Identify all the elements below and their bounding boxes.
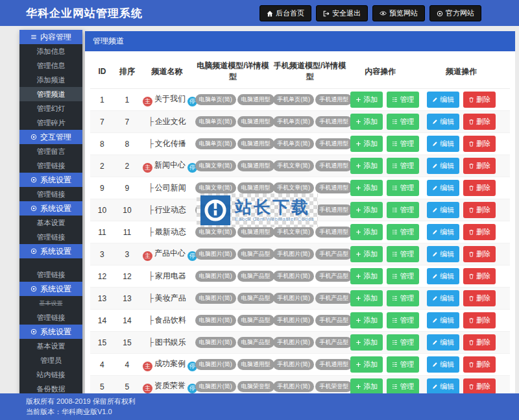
sidebar-item-5[interactable]: 管理幻灯 [19, 101, 82, 116]
manage-button[interactable]: 管理 [387, 158, 419, 174]
manage-button[interactable]: 管理 [387, 180, 419, 196]
mobile-channel-model-badge: 手机文章(简) [273, 227, 314, 238]
sidebar-item-2[interactable]: 管理信息 [19, 58, 82, 73]
edit-button[interactable]: 编辑 [427, 136, 459, 152]
manage-button[interactable]: 管理 [387, 312, 419, 328]
sidebar-item-4[interactable]: 管理频道 [19, 87, 82, 101]
sidebar-item-19[interactable]: 管理链接 [19, 310, 82, 325]
edit-button[interactable]: 编辑 [427, 246, 459, 262]
trash-icon [468, 229, 474, 235]
sidebar-item-14[interactable]: 管理链接 [19, 230, 82, 244]
cell-content-ops: 添加管理 [348, 177, 413, 199]
delete-button[interactable]: 删除 [463, 290, 496, 306]
delete-button[interactable]: 删除 [463, 334, 496, 351]
add-button[interactable]: 添加 [350, 114, 383, 130]
manage-button[interactable]: 管理 [387, 136, 419, 152]
nav-button-logout[interactable]: 安全退出 [316, 5, 368, 21]
add-button[interactable]: 添加 [350, 334, 383, 351]
sidebar-item-21[interactable]: 基本设置 [19, 339, 82, 353]
delete-button[interactable]: 删除 [463, 268, 496, 284]
manage-button[interactable]: 管理 [387, 246, 419, 262]
sidebar-header-17[interactable]: 系统设置 [19, 282, 82, 296]
edit-button[interactable]: 编辑 [427, 290, 459, 306]
trash-icon [468, 163, 474, 169]
delete-button[interactable]: 删除 [463, 180, 496, 196]
delete-button[interactable]: 删除 [463, 136, 496, 152]
delete-button[interactable]: 删除 [463, 114, 496, 130]
sidebar-item-13[interactable]: 基本设置 [19, 216, 82, 230]
button-label: 添加 [363, 293, 378, 303]
edit-button[interactable]: 编辑 [427, 158, 459, 174]
delete-button[interactable]: 删除 [463, 224, 496, 240]
add-button[interactable]: 添加 [350, 246, 383, 262]
add-button[interactable]: 添加 [350, 268, 383, 284]
sidebar-header-20[interactable]: 系统设置 [19, 325, 82, 339]
manage-button[interactable]: 管理 [387, 114, 419, 130]
nav-button-home[interactable]: 后台首页 [260, 5, 311, 21]
delete-button[interactable]: 删除 [463, 158, 496, 174]
button-label: 添加 [363, 227, 378, 237]
manage-button[interactable]: 管理 [387, 334, 419, 351]
add-button[interactable]: 添加 [350, 180, 383, 196]
add-button[interactable]: 添加 [350, 202, 383, 218]
edit-button[interactable]: 编辑 [427, 378, 459, 395]
manage-button[interactable]: 管理 [387, 356, 419, 373]
add-button[interactable]: 添加 [350, 136, 383, 152]
delete-button[interactable]: 删除 [463, 246, 496, 262]
edit-button[interactable]: 编辑 [427, 312, 459, 328]
sidebar-item-22[interactable]: 管理员 [19, 353, 82, 367]
pc-detail-model-badge: 电脑产品型 [237, 271, 274, 282]
sidebar-header-10[interactable]: 系统设置 [19, 173, 82, 187]
button-label: 删除 [476, 338, 490, 347]
sidebar-item-11[interactable]: 管理链接 [19, 187, 82, 201]
sidebar-item-16[interactable]: 管理链接 [19, 267, 82, 282]
delete-button[interactable]: 删除 [463, 312, 496, 328]
manage-button[interactable]: 管理 [387, 92, 419, 108]
mobile-detail-model-badge: 手机通用型 [315, 227, 352, 238]
sidebar-header-7[interactable]: 交互管理 [19, 130, 82, 144]
table-row: 77├企业文化电脑单页(简)电脑通用型手机单页(简)手机通用型添加管理编辑删除 [90, 111, 510, 133]
edit-button[interactable]: 编辑 [427, 356, 459, 373]
nav-button-official[interactable]: 官方网站 [429, 5, 481, 21]
channel-name: 文化传播 [155, 139, 186, 148]
add-button[interactable]: 添加 [350, 290, 383, 306]
sidebar-header-12[interactable]: 系统设置 [19, 201, 82, 216]
edit-button[interactable]: 编辑 [427, 114, 459, 130]
delete-button[interactable]: 删除 [463, 356, 496, 373]
delete-button[interactable]: 删除 [463, 202, 496, 218]
cell-id: 1 [90, 89, 114, 111]
sidebar-item-1[interactable]: 添加信息 [19, 44, 82, 58]
add-button[interactable]: 添加 [350, 356, 383, 373]
manage-button[interactable]: 管理 [387, 268, 419, 284]
manage-button[interactable]: 管理 [387, 224, 419, 240]
sidebar-item-6[interactable]: 管理碎片 [19, 116, 82, 130]
sidebar-item-8[interactable]: 管理留言 [19, 144, 82, 158]
edit-button[interactable]: 编辑 [427, 92, 459, 108]
sidebar-item-3[interactable]: 添加频道 [19, 73, 82, 87]
delete-button[interactable]: 删除 [463, 92, 496, 108]
add-button[interactable]: 添加 [350, 224, 383, 240]
manage-button[interactable]: 管理 [387, 202, 419, 218]
edit-button[interactable]: 编辑 [427, 224, 459, 240]
sidebar-header-15[interactable]: 系统设置 [19, 244, 82, 258]
main-badge: 主 [143, 384, 152, 393]
sidebar-item-9[interactable]: 管理链接 [19, 158, 82, 173]
cell-id: 15 [90, 332, 114, 354]
button-label: 删除 [476, 249, 490, 259]
edit-button[interactable]: 编辑 [427, 180, 459, 196]
nav-button-preview[interactable]: 预览网站 [372, 5, 425, 21]
delete-button[interactable]: 删除 [463, 378, 496, 395]
manage-button[interactable]: 管理 [387, 378, 419, 395]
plus-icon [356, 163, 361, 169]
sidebar-item-18[interactable]: 基本设置 [19, 296, 82, 310]
edit-button[interactable]: 编辑 [427, 268, 459, 284]
manage-button[interactable]: 管理 [387, 290, 419, 306]
sidebar-header-0[interactable]: 内容管理 [19, 30, 82, 44]
sidebar-item-23[interactable]: 站内链接 [19, 367, 82, 382]
add-button[interactable]: 添加 [350, 312, 383, 328]
add-button[interactable]: 添加 [350, 158, 383, 174]
add-button[interactable]: 添加 [350, 378, 383, 395]
edit-button[interactable]: 编辑 [427, 334, 459, 351]
add-button[interactable]: 添加 [350, 92, 383, 108]
edit-button[interactable]: 编辑 [427, 202, 459, 218]
